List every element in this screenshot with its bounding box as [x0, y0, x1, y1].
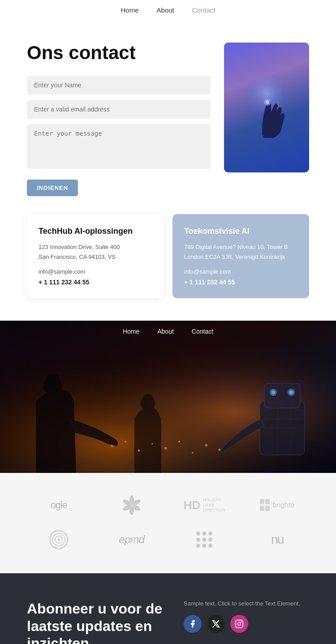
svg-point-49: [202, 538, 207, 542]
email-input[interactable]: [27, 100, 211, 119]
svg-rect-11: [264, 383, 300, 408]
cards-section: TechHub AI-oplossingen 123 Innovation Dr…: [0, 214, 336, 321]
name-field-group: [27, 76, 211, 94]
logo-circles: [49, 530, 69, 550]
card-toekomst: Toekomstvisie AI 789 Digital Avenue? Niv…: [172, 214, 309, 298]
svg-point-50: [208, 538, 212, 542]
svg-point-51: [196, 544, 200, 548]
svg-point-14: [271, 391, 275, 394]
svg-rect-54: [236, 620, 243, 628]
svg-point-15: [289, 391, 293, 394]
name-input[interactable]: [27, 76, 211, 94]
svg-point-22: [125, 441, 126, 442]
nav-contact[interactable]: Contact: [192, 6, 215, 14]
svg-point-29: [219, 449, 221, 451]
wide-image-section: Home About Contact: [0, 321, 336, 473]
svg-point-24: [151, 443, 153, 445]
svg-point-25: [164, 447, 167, 450]
card-techhub: TechHub AI-oplossingen 123 Innovation Dr…: [27, 214, 164, 298]
svg-point-53: [208, 544, 212, 548]
message-input[interactable]: [27, 124, 211, 169]
svg-point-21: [111, 445, 113, 447]
logo-flower: [122, 495, 142, 515]
svg-rect-37: [260, 499, 264, 504]
card-toekomst-address: 789 Digital Avenue? Niveau 10, Tower B L…: [184, 242, 297, 262]
submit-button[interactable]: INDIENEN: [27, 180, 78, 196]
wide-image-nav: Home About Contact: [0, 328, 336, 335]
logo-ogie: ogie: [50, 499, 67, 511]
svg-point-7: [47, 374, 59, 382]
card-toekomst-email: info@sample.com: [184, 268, 297, 275]
svg-point-9: [143, 394, 153, 401]
svg-point-27: [192, 452, 194, 454]
social-icons: [184, 615, 309, 633]
hero-image: [224, 43, 309, 172]
svg-point-45: [196, 532, 200, 536]
facebook-icon[interactable]: [184, 615, 202, 633]
nav-about[interactable]: About: [157, 6, 174, 14]
card-toekomst-title: Toekomstvisie AI: [184, 227, 297, 236]
hero-section: Ons contact INDIENEN: [0, 20, 336, 214]
logos-section: ogie HD HOLISTICLIFESDIRECTION: [0, 473, 336, 573]
svg-point-44: [57, 538, 60, 541]
card-techhub-address: 123 Innovation Drive, Suite 400 San Fran…: [39, 242, 152, 262]
main-nav: Home About Contact: [0, 0, 336, 20]
footer-sample-text: Sample text. Click to select the Text El…: [184, 600, 309, 607]
svg-point-47: [208, 532, 212, 536]
message-field-group: [27, 124, 211, 171]
nav-home[interactable]: Home: [121, 6, 139, 14]
svg-point-55: [238, 623, 241, 626]
email-field-group: [27, 100, 211, 119]
svg-point-36: [129, 503, 134, 507]
card-techhub-email: info@sample.com: [39, 268, 152, 275]
svg-point-56: [241, 622, 242, 623]
svg-point-48: [196, 538, 200, 542]
twitter-icon[interactable]: [207, 615, 225, 633]
logo-nu: nu: [271, 532, 283, 547]
logo-epond: eprnd: [119, 533, 144, 546]
svg-rect-39: [260, 506, 264, 511]
svg-point-23: [138, 450, 140, 452]
logo-brighto: brighto: [260, 499, 294, 511]
svg-point-46: [202, 532, 207, 536]
footer-right: Sample text. Click to select the Text El…: [184, 600, 309, 644]
svg-rect-40: [265, 506, 270, 511]
svg-point-2: [266, 100, 269, 104]
card-toekomst-phone: + 1 111 232 44 55: [184, 279, 297, 286]
instagram-icon[interactable]: [230, 615, 248, 633]
card-techhub-title: TechHub AI-oplossingen: [39, 227, 152, 236]
footer-title: Abonneer u voor de laatste updates en in…: [27, 600, 166, 644]
wide-nav-about[interactable]: About: [157, 328, 174, 335]
footer-left: Abonneer u voor de laatste updates en in…: [27, 600, 166, 644]
svg-rect-38: [265, 499, 270, 504]
logo-hd: HD HOLISTICLIFESDIRECTION: [184, 498, 225, 513]
hero-image-container: [224, 43, 309, 172]
svg-point-52: [202, 544, 207, 548]
wide-nav-contact[interactable]: Contact: [192, 328, 213, 335]
hero-left: Ons contact INDIENEN: [27, 43, 211, 196]
logo-dots: [193, 528, 215, 551]
page-title: Ons contact: [27, 43, 211, 63]
wide-nav-home[interactable]: Home: [123, 328, 139, 335]
svg-point-26: [178, 441, 180, 442]
footer-section: Abonneer u voor de laatste updates en in…: [0, 573, 336, 644]
card-techhub-phone: + 1 111 232 44 55: [39, 279, 152, 286]
svg-point-28: [205, 444, 207, 447]
